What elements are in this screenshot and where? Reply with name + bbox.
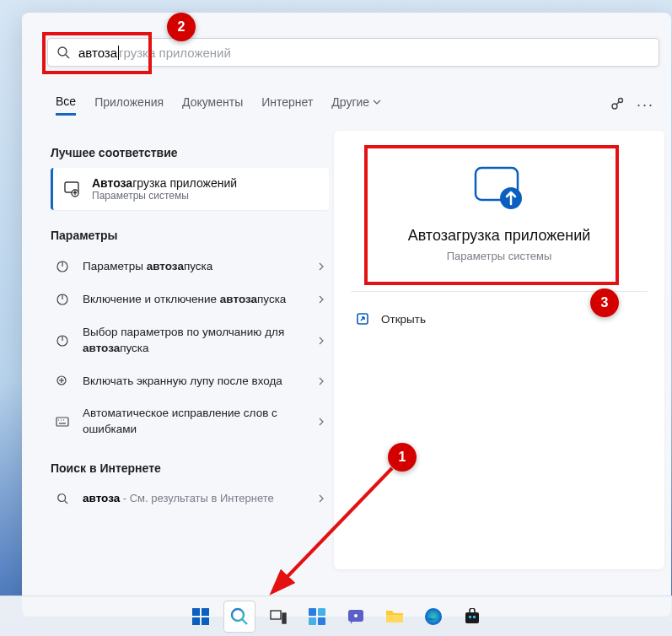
filter-tabs: Все Приложения Документы Интернет Другие… bbox=[56, 90, 654, 119]
chevron-down-icon bbox=[373, 98, 381, 106]
svg-rect-43 bbox=[465, 612, 479, 623]
open-label: Открыть bbox=[381, 313, 426, 326]
chevron-right-icon bbox=[317, 418, 325, 426]
step-marker-3: 3 bbox=[590, 288, 619, 317]
search-suggestion-text: грузка приложений bbox=[119, 46, 231, 60]
taskbar-chat[interactable] bbox=[340, 601, 372, 633]
settings-item[interactable]: Включение и отключение автозапуска bbox=[51, 283, 329, 316]
settings-item[interactable]: Параметры автозапуска bbox=[51, 251, 329, 283]
tab-docs[interactable]: Документы bbox=[182, 95, 243, 114]
settings-item-label: Выбор параметров по умолчанию для автоза… bbox=[83, 325, 305, 357]
taskbar-store[interactable] bbox=[456, 601, 488, 633]
svg-point-0 bbox=[58, 47, 67, 56]
search-bar[interactable]: автозагрузка приложений bbox=[47, 38, 659, 67]
svg-rect-36 bbox=[318, 608, 325, 616]
tab-other[interactable]: Другие bbox=[331, 95, 381, 114]
svg-point-21 bbox=[58, 493, 66, 501]
detail-header: Автозагрузка приложений Параметры систем… bbox=[347, 149, 651, 283]
windows-icon bbox=[191, 607, 210, 626]
power-icon bbox=[56, 293, 69, 306]
startup-app-icon bbox=[63, 180, 82, 198]
best-match-subtitle: Параметры системы bbox=[92, 190, 237, 202]
svg-rect-28 bbox=[202, 608, 209, 616]
tab-web[interactable]: Интернет bbox=[261, 95, 313, 114]
step-marker-1: 1 bbox=[388, 443, 417, 472]
tab-apps[interactable]: Приложения bbox=[94, 95, 164, 114]
detail-title: Автозагрузка приложений bbox=[356, 227, 642, 245]
svg-rect-33 bbox=[271, 611, 281, 619]
power-icon bbox=[56, 334, 69, 348]
svg-rect-29 bbox=[192, 617, 200, 625]
svg-rect-37 bbox=[309, 617, 316, 625]
widgets-icon bbox=[308, 607, 326, 626]
taskview-icon bbox=[270, 608, 287, 625]
svg-point-3 bbox=[618, 98, 622, 102]
store-icon bbox=[464, 608, 481, 625]
annotation-arrow bbox=[261, 460, 405, 603]
svg-rect-38 bbox=[318, 617, 325, 625]
taskbar-search[interactable] bbox=[223, 601, 255, 633]
chat-icon bbox=[347, 607, 365, 626]
edge-icon bbox=[424, 607, 443, 626]
best-match-item[interactable]: Автозагрузка приложений Параметры систем… bbox=[51, 168, 329, 210]
svg-line-4 bbox=[616, 102, 619, 105]
svg-line-32 bbox=[242, 619, 247, 624]
web-search-label: автоза - См. результаты в Интернете bbox=[83, 492, 274, 504]
svg-rect-16 bbox=[56, 418, 68, 426]
chevron-right-icon bbox=[317, 377, 325, 385]
svg-point-42 bbox=[425, 608, 442, 625]
settings-list: Параметры автозапуска Включение и отключ… bbox=[51, 251, 329, 446]
step-marker-2: 2 bbox=[167, 13, 196, 41]
svg-rect-35 bbox=[309, 608, 316, 616]
settings-item-label: Автоматическое исправление слов с ошибка… bbox=[83, 406, 305, 438]
settings-item[interactable]: Автоматическое исправление слов с ошибка… bbox=[51, 397, 329, 446]
taskbar-explorer[interactable] bbox=[379, 601, 411, 633]
chevron-right-icon bbox=[317, 262, 325, 271]
keyboard-icon bbox=[56, 417, 69, 427]
settings-item-label: Включение и отключение автозапуска bbox=[83, 292, 305, 308]
svg-line-1 bbox=[66, 55, 69, 58]
svg-point-31 bbox=[232, 609, 244, 621]
search-icon bbox=[56, 493, 68, 504]
search-typed-text: автоза bbox=[78, 46, 119, 60]
svg-point-40 bbox=[354, 614, 358, 617]
open-icon bbox=[356, 312, 369, 326]
settings-item-label: Включать экранную лупу после входа bbox=[83, 374, 305, 390]
taskbar-taskview[interactable] bbox=[262, 601, 294, 633]
taskbar-start[interactable] bbox=[185, 601, 217, 633]
section-parameters: Параметры bbox=[51, 229, 329, 242]
tab-all[interactable]: Все bbox=[56, 94, 76, 116]
chevron-right-icon bbox=[317, 295, 325, 304]
settings-item[interactable]: Выбор параметров по умолчанию для автоза… bbox=[51, 316, 329, 365]
power-icon bbox=[56, 260, 69, 273]
startup-large-icon bbox=[470, 164, 528, 212]
svg-line-22 bbox=[65, 500, 68, 504]
svg-rect-34 bbox=[282, 613, 286, 623]
svg-rect-30 bbox=[202, 617, 209, 625]
connect-icon[interactable] bbox=[610, 96, 625, 114]
section-best-match: Лучшее соответствие bbox=[51, 146, 329, 159]
svg-rect-44 bbox=[469, 616, 471, 618]
search-icon bbox=[230, 607, 249, 626]
svg-rect-41 bbox=[386, 615, 403, 623]
svg-rect-45 bbox=[473, 616, 476, 618]
best-match-title: Автозагрузка приложений bbox=[92, 176, 237, 190]
svg-line-26 bbox=[274, 468, 392, 590]
taskbar-widgets[interactable] bbox=[301, 601, 333, 633]
svg-rect-27 bbox=[192, 608, 200, 616]
results-left-panel: Лучшее соответствие Автозагрузка приложе… bbox=[51, 139, 329, 513]
detail-subtitle: Параметры системы bbox=[356, 250, 642, 262]
search-icon bbox=[56, 46, 70, 59]
folder-icon bbox=[385, 608, 404, 625]
chevron-right-icon bbox=[317, 337, 325, 345]
taskbar-edge[interactable] bbox=[417, 601, 449, 633]
more-icon[interactable]: ··· bbox=[637, 96, 654, 114]
magnifier-icon bbox=[56, 375, 69, 388]
tab-other-label: Другие bbox=[331, 95, 369, 109]
settings-item-label: Параметры автозапуска bbox=[83, 259, 305, 275]
settings-item[interactable]: Включать экранную лупу после входа bbox=[51, 365, 329, 398]
